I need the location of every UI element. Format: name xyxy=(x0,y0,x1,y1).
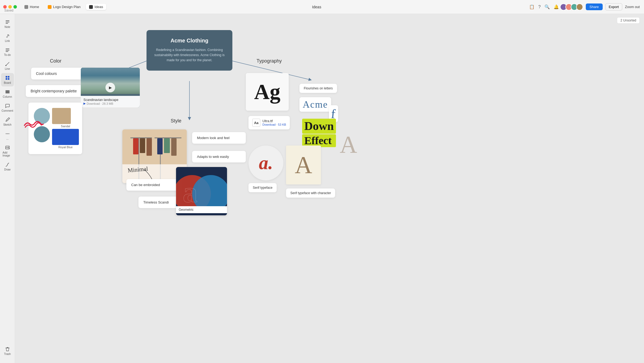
sidebar-item-add-image[interactable]: Add Image xyxy=(1,143,14,159)
cursive-text: Acme xyxy=(303,99,328,110)
add-image-icon xyxy=(5,145,10,150)
swatch-blue-label: Royal Blue xyxy=(52,146,79,149)
svg-text:a: a xyxy=(183,176,197,208)
bell-icon[interactable]: 🔔 xyxy=(554,4,559,9)
sidebar-item-board[interactable]: Board xyxy=(1,73,14,86)
ultra-download[interactable]: Download · 53 KB xyxy=(262,123,286,126)
svg-point-14 xyxy=(6,133,6,134)
play-button[interactable]: ▶ xyxy=(105,83,115,92)
sidebar-item-line[interactable]: Line xyxy=(1,59,14,72)
down-effect-card: Down Effect xyxy=(302,119,336,147)
swatch-rect-tan xyxy=(52,108,71,124)
sidebar-link-label: Link xyxy=(5,39,10,42)
ultra-info: Ultra.ttf Download · 53 KB xyxy=(262,119,286,126)
sidebar-draw-label: Draw xyxy=(4,168,10,171)
tab-logo[interactable]: Logo Design Plan xyxy=(45,4,84,10)
red-a-circle: a. xyxy=(248,146,283,180)
maximize-button[interactable] xyxy=(13,5,17,9)
tab-home[interactable]: Home xyxy=(21,4,42,10)
search-icon[interactable]: 🔍 xyxy=(544,4,550,9)
sidebar-more-label: ... xyxy=(6,137,8,140)
svg-point-6 xyxy=(5,65,6,66)
embroider-note[interactable]: Can be embroided xyxy=(126,179,180,191)
video-label: Scandinavian landscape ▶ Download · 28.3… xyxy=(81,96,140,107)
export-button[interactable]: Export xyxy=(605,3,623,10)
ideas-tab-icon xyxy=(89,5,93,9)
svg-rect-5 xyxy=(6,51,8,52)
central-card-description: Redefining a Scandinavian fashion. Combi… xyxy=(154,48,225,63)
sidebar-column-label: Column xyxy=(3,95,12,98)
share-button[interactable]: Share xyxy=(586,3,603,10)
topbar-left: Home Logo Design Plan Ideas xyxy=(0,4,106,10)
zoom-out-button[interactable]: Zoom out xyxy=(625,5,640,9)
svg-rect-4 xyxy=(6,50,9,50)
svg-rect-3 xyxy=(6,49,9,49)
ultra-card[interactable]: Aa Ultra.ttf Download · 53 KB xyxy=(248,116,290,129)
swatch-tan-label: Sandal xyxy=(52,125,79,128)
ag-display: Ag xyxy=(246,73,289,111)
swatches-card: Sandal Royal Blue xyxy=(28,103,82,154)
close-button[interactable] xyxy=(3,5,7,9)
sidebar-todo-label: To-do xyxy=(4,53,11,56)
help-icon[interactable]: ? xyxy=(538,5,541,9)
svg-rect-12 xyxy=(7,90,8,93)
sidebar-board-label: Board xyxy=(4,81,11,84)
sidebar-item-trash[interactable]: Trash xyxy=(1,344,14,358)
notification-icon[interactable]: 📋 xyxy=(529,4,535,9)
serif-char-text: Serif typeface with character xyxy=(290,191,331,195)
svg-rect-8 xyxy=(8,76,9,78)
red-a-text: a. xyxy=(259,154,273,172)
comment-icon xyxy=(5,103,10,108)
serif-char-note[interactable]: Serif typeface with character xyxy=(286,188,335,198)
sidebar-item-link[interactable]: Link xyxy=(1,31,14,45)
sidebar-item-sketch[interactable]: Sketch xyxy=(1,115,14,128)
svg-rect-13 xyxy=(8,90,9,93)
svg-rect-28 xyxy=(140,138,145,153)
more-icon xyxy=(5,131,10,136)
a-tan-card: A xyxy=(286,146,321,184)
sidebar-item-comment[interactable]: Comment xyxy=(1,101,14,114)
svg-rect-27 xyxy=(133,138,138,154)
video-card[interactable]: ▶ Scandinavian landscape ▶ Download · 28… xyxy=(81,68,140,107)
adapts-web-note[interactable]: Adapts to web easily xyxy=(192,151,246,162)
svg-rect-9 xyxy=(6,78,7,80)
serif-text: Serif typeface xyxy=(253,186,272,190)
flourish-text: Flourishes on letters xyxy=(304,86,333,90)
serif-note[interactable]: Serif typeface xyxy=(248,183,277,192)
svg-rect-0 xyxy=(6,20,9,21)
topbar-action-icons: 📋 ? 🔍 🔔 xyxy=(529,4,559,9)
sketch-icon xyxy=(5,117,10,122)
a-tan-text: A xyxy=(295,151,312,179)
svg-rect-32 xyxy=(171,138,177,156)
unsorted-badge[interactable]: 2 Unsorted xyxy=(617,17,640,24)
sidebar-item-more[interactable]: ... xyxy=(1,129,14,142)
sidebar-item-column[interactable]: Column xyxy=(1,87,14,100)
modern-look-text: Modern look and feel xyxy=(197,136,229,140)
geometric-image: a Geometric xyxy=(176,167,227,215)
cool-colours-text: Cool colours xyxy=(36,71,57,76)
modern-look-note[interactable]: Modern look and feel xyxy=(192,132,246,144)
sidebar-item-note[interactable]: Note xyxy=(1,17,14,31)
sidebar-item-todo[interactable]: To-do xyxy=(1,45,14,59)
svg-point-18 xyxy=(8,147,9,148)
video-subtitle: ▶ Download · 28.3 MB xyxy=(83,102,137,105)
svg-rect-10 xyxy=(8,78,9,80)
typography-section-label: Typography xyxy=(257,58,282,64)
color-section-label: Color xyxy=(50,58,61,64)
svg-rect-7 xyxy=(6,76,7,78)
home-tab-icon xyxy=(24,5,28,9)
sidebar-item-draw[interactable]: Draw xyxy=(1,160,14,173)
tab-ideas[interactable]: Ideas xyxy=(86,4,106,10)
flourish-card[interactable]: Flourishes on letters xyxy=(299,84,337,93)
aa-box: Aa xyxy=(252,119,260,127)
saved-indicator: Saved xyxy=(4,9,13,12)
svg-rect-1 xyxy=(6,22,9,22)
cursive-card: Acme xyxy=(299,97,331,112)
svg-rect-26 xyxy=(155,137,181,138)
tab-ideas-label: Ideas xyxy=(94,5,103,9)
minimize-button[interactable] xyxy=(8,5,12,9)
svg-rect-25 xyxy=(130,137,152,138)
page-title: Ideas xyxy=(106,5,527,9)
large-a-outline-card: A xyxy=(340,131,357,158)
ultra-title: Ultra.ttf xyxy=(262,119,286,123)
